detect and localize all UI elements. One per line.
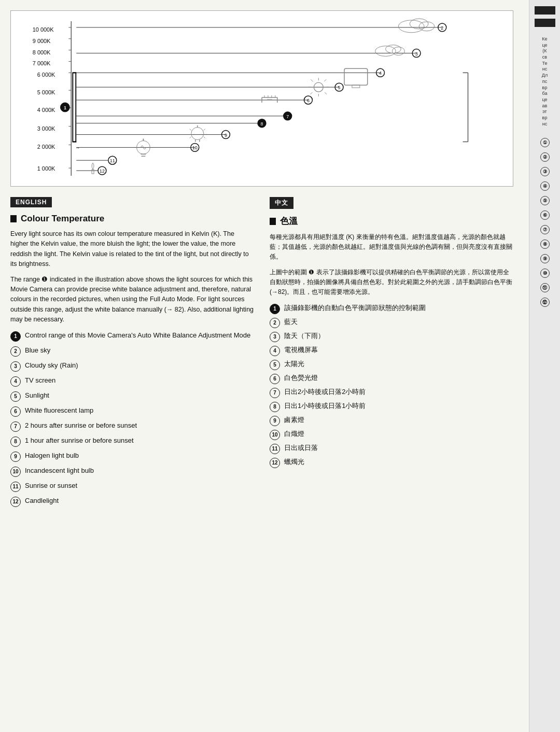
svg-line-48 [324,79,326,81]
chinese-list-item: 11日出或日落 [270,443,513,454]
sidebar-block-2 [535,19,555,27]
english-list-item: 9Halogen light bulb [10,451,254,462]
english-list-num-4: 4 [10,376,21,387]
chinese-list: 1該攝錄影機的自動白色平衡調節狀態的控制範圍2藍天3陰天（下雨）4電視機屏幕5太… [270,303,513,468]
english-list-item: 81 hour after sunrise or before sunset [10,436,254,447]
chinese-list-label-5: 太陽光 [284,359,513,369]
svg-text:10: 10 [192,145,198,150]
chinese-list-num-6: 6 [270,374,280,384]
english-list-item: 4TV screen [10,376,254,387]
english-list-item: 2Blue sky [10,346,254,357]
chinese-list-num-10: 10 [270,430,280,440]
svg-text:12: 12 [100,168,105,174]
chinese-list-item: 6白色熒光燈 [270,373,513,384]
english-list-label-1: Control range of this Movie Camera's Aut… [25,331,254,340]
svg-line-80 [204,129,205,131]
chinese-list-num-9: 9 [270,416,280,426]
diagram-svg: 10 000K 9 000K 8 000K 7 000K 6 000K 5 00… [16,16,508,181]
svg-rect-97 [92,170,94,174]
chinese-list-label-1: 該攝錄影機的自動白色平衡調節狀態的控制範圍 [284,303,513,313]
english-body1: Every light source has its own colour te… [10,229,254,270]
chinese-list-num-7: 7 [270,388,280,398]
svg-text:1 000K: 1 000K [37,165,55,172]
chinese-list-label-6: 白色熒光燈 [284,373,513,383]
svg-text:4 000K: 4 000K [37,107,55,113]
svg-text:7 000K: 7 000K [33,60,51,66]
chinese-list-num-5: 5 [270,360,280,370]
svg-text:11: 11 [110,158,115,163]
sidebar-circle-2: ② [540,152,550,162]
english-list-num-12: 12 [10,497,21,507]
svg-text:9: 9 [225,133,227,138]
english-section: ENGLISH Colour Temperature Every light s… [10,197,254,511]
english-list-label-11: Sunrise or sunset [25,481,254,490]
english-list-item: 6White fluorescent lamp [10,406,254,417]
english-list: 1Control range of this Movie Camera's Au… [10,331,254,507]
chinese-title-square-icon [270,218,276,225]
english-list-label-8: 1 hour after sunrise or before sunset [25,436,254,445]
chinese-list-item: 4電視機屏幕 [270,345,513,356]
svg-text:5: 5 [338,85,341,90]
chinese-list-label-8: 日出1小時後或日落1小時前 [284,401,513,411]
diagram-container: 10 000K 9 000K 8 000K 7 000K 6 000K 5 00… [10,10,513,187]
english-title: Colour Temperature [10,214,254,224]
svg-point-75 [191,128,204,140]
svg-rect-42 [352,85,360,88]
english-list-num-6: 6 [10,406,21,417]
svg-text:10 000K: 10 000K [33,26,54,33]
svg-text:6 000K: 6 000K [37,72,55,78]
svg-text:8: 8 [261,121,263,126]
chinese-lang-header: 中文 [270,197,293,209]
sidebar-block-1 [535,6,555,15]
title-square-icon [10,215,17,222]
sidebar-circle-6: ⑥ [540,210,550,220]
sidebar-circle-3: ③ [540,167,550,176]
svg-text:2: 2 [441,25,443,31]
svg-point-35 [375,46,396,57]
chinese-list-item: 8日出1小時後或日落1小時前 [270,401,513,412]
english-list-label-3: Cloudy sky (Rain) [25,361,254,370]
chinese-list-label-4: 電視機屏幕 [284,345,513,355]
english-list-item: 1Control range of this Movie Camera's Au… [10,331,254,342]
sidebar-circle-9: ⑨ [540,254,550,263]
sidebar-circle-1: ① [540,138,550,147]
chinese-list-label-2: 藍天 [284,317,513,327]
english-list-num-1: 1 [10,331,21,342]
chinese-section: 中文 色溫 每種光源都具有用絕對溫度 (K) 來衡量的特有色溫。絕對溫度值越高，… [270,197,513,511]
sidebar-circle-5: ⑤ [540,196,550,205]
svg-line-82 [204,137,205,138]
english-list-label-9: Halogen light bulb [25,451,254,460]
chinese-list-num-8: 8 [270,402,280,412]
chinese-list-item: 3陰天（下雨） [270,331,513,342]
english-list-num-3: 3 [10,361,21,372]
english-list-label-12: Candlelight [25,496,254,505]
english-list-label-5: Sunlight [25,391,254,400]
english-list-item: 5Sunlight [10,391,254,402]
svg-point-37 [392,47,404,55]
chinese-body2: 上圖中的範圍 ❶ 表示了該攝錄影機可以提供精確的白色平衡調節的光源，所以當使用全… [270,268,513,298]
sidebar-circle-4: ④ [540,181,550,191]
english-list-num-8: 8 [10,437,21,447]
svg-text:8 000K: 8 000K [33,49,51,55]
english-list-label-6: White fluorescent lamp [25,406,254,415]
svg-text:6: 6 [307,98,310,103]
svg-text:3 000K: 3 000K [37,125,55,132]
main-content: 10 000K 9 000K 8 000K 7 000K 6 000K 5 00… [0,0,529,732]
english-body2: The range ❶ indicated in the illustratio… [10,275,254,325]
chinese-list-num-11: 11 [270,444,280,454]
english-list-item: 3Cloudy sky (Rain) [10,361,254,372]
svg-text:7: 7 [286,114,289,119]
sidebar-circle-11: ⑪ [540,283,550,292]
english-lang-header: ENGLISH [10,197,52,207]
sidebar-circle-10: ⑩ [540,269,550,278]
english-list-num-7: 7 [10,421,21,432]
chinese-list-num-12: 12 [270,458,280,468]
svg-text:4: 4 [379,71,382,76]
language-sections: ENGLISH Colour Temperature Every light s… [10,197,513,511]
chinese-list-item: 9鹵素燈 [270,415,513,426]
chinese-list-item: 10白熾燈 [270,429,513,440]
chinese-list-item: 5太陽光 [270,359,513,370]
english-list-label-2: Blue sky [25,346,254,355]
chinese-list-label-11: 日出或日落 [284,443,513,453]
chinese-list-num-2: 2 [270,318,280,328]
